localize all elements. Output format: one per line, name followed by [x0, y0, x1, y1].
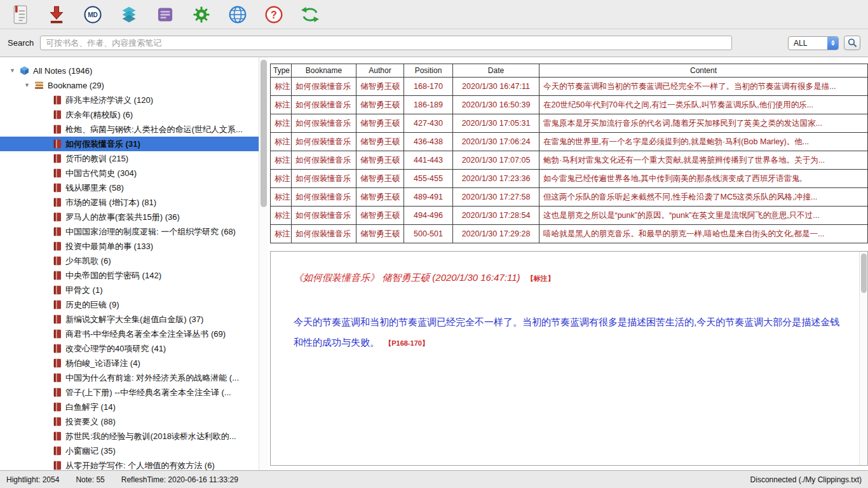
- col-position[interactable]: Position: [404, 64, 453, 78]
- cell-author: 储智勇王硕: [356, 170, 404, 188]
- status-highlight-count: Hightlight: 2054: [6, 475, 59, 484]
- book-label: 杨伯峻_论语译注 (4): [65, 358, 140, 369]
- search-input[interactable]: [40, 36, 732, 50]
- sidebar-item-book[interactable]: 投资要义 (88): [0, 414, 259, 429]
- sidebar-item-book[interactable]: 商君书-中华经典名著全本全注全译丛书 (69): [0, 327, 259, 341]
- cell-bookname: 如何假装懂音乐: [292, 78, 356, 96]
- settings-gear-icon[interactable]: [190, 3, 213, 26]
- sidebar-item-book[interactable]: 薛兆丰经济学讲义 (120): [0, 93, 259, 107]
- search-button[interactable]: [844, 36, 860, 50]
- table-header-row: Type Bookname Author Position Date Conte…: [271, 64, 868, 78]
- book-icon: [53, 198, 62, 207]
- sidebar-item-book[interactable]: 新编说文解字大全集(超值白金版) (37): [0, 312, 259, 327]
- book-label: 白鱼解字 (14): [65, 402, 116, 413]
- disclosure-triangle-icon[interactable]: ▼: [24, 83, 31, 88]
- col-type[interactable]: Type: [271, 64, 292, 78]
- cell-bookname: 如何假装懂音乐: [292, 133, 356, 151]
- table-row[interactable]: 标注 如何假装懂音乐 储智勇王硕 500-501 2020/1/30 17:29…: [271, 225, 868, 243]
- cell-type: 标注: [271, 114, 292, 133]
- markdown-icon[interactable]: MD: [81, 3, 104, 26]
- col-bookname[interactable]: Bookname: [292, 64, 356, 78]
- all-notes-icon: [20, 66, 29, 76]
- book-icon: [53, 183, 62, 193]
- cell-date: 2020/1/30 17:07:05: [453, 151, 539, 170]
- table-row[interactable]: 标注 如何假装懂音乐 储智勇王硕 441-443 2020/1/30 17:07…: [271, 151, 868, 170]
- sidebar-item-book[interactable]: 投资中最简单的事 (133): [0, 239, 259, 254]
- sidebar-scrollbar[interactable]: [259, 57, 268, 470]
- sidebar-item-book[interactable]: 中国古代简史 (304): [0, 166, 259, 180]
- table-row[interactable]: 标注 如何假装懂音乐 储智勇王硕 427-430 2020/1/30 17:05…: [271, 114, 868, 133]
- layers-icon[interactable]: [118, 3, 140, 26]
- library-icon[interactable]: [154, 3, 177, 26]
- book-label: 投资要义 (88): [65, 416, 116, 428]
- cell-author: 储智勇王硕: [356, 96, 404, 114]
- sidebar-item-bookname[interactable]: ▼ Bookname (29): [0, 78, 259, 93]
- cell-position: 168-170: [404, 78, 453, 96]
- sidebar-item-book[interactable]: 庆余年(精校版) (6): [0, 107, 259, 122]
- sidebar-item-book[interactable]: 如何假装懂音乐 (31): [0, 137, 259, 151]
- cell-type: 标注: [271, 78, 292, 96]
- disclosure-triangle-icon[interactable]: ▼: [9, 68, 16, 74]
- export-download-icon[interactable]: [45, 3, 68, 26]
- sidebar-item-book[interactable]: 钱从哪里来 (58): [0, 180, 259, 195]
- sidebar-item-book[interactable]: 货币的教训 (215): [0, 151, 259, 166]
- table-row[interactable]: 标注 如何假装懂音乐 储智勇王硕 186-189 2020/1/30 16:50…: [271, 96, 868, 114]
- help-icon[interactable]: ?: [262, 3, 285, 26]
- filter-dropdown[interactable]: ALL: [788, 36, 839, 50]
- search-label: Search: [8, 38, 34, 48]
- refresh-icon[interactable]: [299, 3, 322, 26]
- sidebar-item-all-notes[interactable]: ▼ All Notes (1946): [0, 64, 259, 78]
- sidebar-item-book[interactable]: 历史的巨镜 (9): [0, 297, 259, 312]
- sidebar-item-book[interactable]: 白鱼解字 (14): [0, 400, 259, 414]
- sidebar-item-book[interactable]: 中央帝国的哲学密码 (142): [0, 268, 259, 283]
- sidebar-item-book[interactable]: 管子(上下册) --中华经典名著全本全注全译 (...: [0, 385, 259, 400]
- sidebar-item-book[interactable]: 从零开始学写作: 个人增值的有效方法 (6): [0, 458, 259, 470]
- detail-scrollbar[interactable]: [859, 252, 867, 465]
- book-icon: [53, 256, 62, 266]
- cell-bookname: 如何假装懂音乐: [292, 151, 356, 170]
- book-label: 市场的逻辑 (增订本) (81): [65, 197, 156, 208]
- cell-content: 如今雷鬼已经传遍世界各地,其中传到南美的那条线演变成了西班牙语雷鬼,: [539, 170, 868, 188]
- cell-bookname: 如何假装懂音乐: [292, 225, 356, 243]
- sidebar-item-book[interactable]: 中国为什么有前途: 对外经济关系的战略潜能 (...: [0, 370, 259, 385]
- cell-date: 2020/1/30 16:50:39: [453, 96, 539, 114]
- language-globe-icon[interactable]: [226, 3, 249, 26]
- main-panel: Type Bookname Author Position Date Conte…: [268, 57, 868, 470]
- sidebar-item-book[interactable]: 甲骨文 (1): [0, 283, 259, 297]
- sidebar-item-book[interactable]: 苏世民:我的经验与教训(2018读桥水达利欧的...: [0, 429, 259, 444]
- scrollbar-thumb[interactable]: [261, 60, 267, 207]
- sidebar-item-book[interactable]: 杨伯峻_论语译注 (4): [0, 356, 259, 370]
- cell-author: 储智勇王硕: [356, 207, 404, 225]
- table-row[interactable]: 标注 如何假装懂音乐 储智勇王硕 455-455 2020/1/30 17:23…: [271, 170, 868, 188]
- book-icon: [53, 154, 62, 163]
- scrollbar-thumb[interactable]: [861, 254, 867, 293]
- table-row[interactable]: 标注 如何假装懂音乐 储智勇王硕 494-496 2020/1/30 17:28…: [271, 207, 868, 225]
- sidebar-item-book[interactable]: 罗马人的故事(套装共15册) (36): [0, 210, 259, 224]
- cell-position: 455-455: [404, 170, 453, 188]
- col-author[interactable]: Author: [356, 64, 404, 78]
- cell-date: 2020/1/30 17:05:31: [453, 114, 539, 133]
- sidebar-item-book[interactable]: 少年凯歌 (6): [0, 254, 259, 268]
- table-row[interactable]: 标注 如何假装懂音乐 储智勇王硕 489-491 2020/1/30 17:27…: [271, 188, 868, 207]
- col-date[interactable]: Date: [453, 64, 539, 78]
- sidebar-item-book[interactable]: 枪炮、病菌与钢铁:人类社会的命运(世纪人文系...: [0, 122, 259, 137]
- book-icon: [53, 402, 62, 412]
- book-label: 枪炮、病菌与钢铁:人类社会的命运(世纪人文系...: [65, 124, 243, 135]
- svg-text:MD: MD: [88, 11, 98, 18]
- book-icon: [53, 417, 62, 426]
- sidebar-item-book[interactable]: 市场的逻辑 (增订本) (81): [0, 195, 259, 210]
- book-icon: [53, 125, 62, 134]
- book-icon: [53, 95, 62, 105]
- sidebar-item-book[interactable]: 小窗幽记 (35): [0, 444, 259, 458]
- notes-table: Type Bookname Author Position Date Conte…: [270, 64, 868, 243]
- cell-content: 这也是朋克之所以是“punk”的原因。“punk”在英文里是流氓阿飞的意思,只不…: [539, 207, 868, 225]
- table-row[interactable]: 标注 如何假装懂音乐 储智勇王硕 168-170 2020/1/30 16:47…: [271, 78, 868, 96]
- col-content[interactable]: Content: [539, 64, 868, 78]
- table-row[interactable]: 标注 如何假装懂音乐 储智勇王硕 436-438 2020/1/30 17:06…: [271, 133, 868, 151]
- book-icon: [53, 139, 62, 149]
- notes-icon[interactable]: [9, 3, 32, 26]
- book-label: 薛兆丰经济学讲义 (120): [65, 95, 153, 106]
- sidebar-item-book[interactable]: 改变心理学的40项研究 (41): [0, 341, 259, 356]
- search-icon: [848, 38, 857, 48]
- sidebar-item-book[interactable]: 中国国家治理的制度逻辑: 一个组织学研究 (68): [0, 224, 259, 239]
